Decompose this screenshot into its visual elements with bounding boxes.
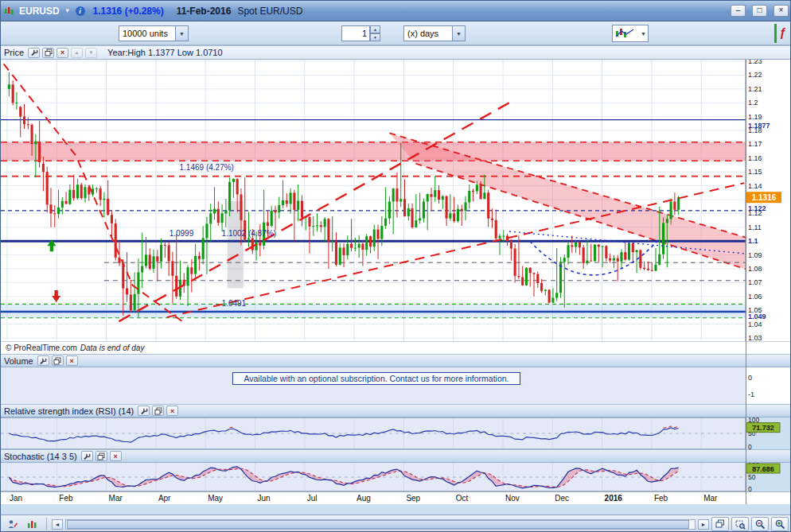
price-tick-label: 1.11: [748, 223, 762, 231]
time-scrollbar[interactable]: [65, 519, 696, 530]
period-count-spinner[interactable]: ▲ ▼: [370, 25, 380, 41]
level-label: 1.1: [748, 237, 758, 245]
toolbar: 10000 units ▼ 1 ▲ ▼ (x) days ▼ ▼ ƒ: [1, 21, 791, 45]
volume-panel-area[interactable]: Available with an optional subscription.…: [1, 367, 791, 404]
stochastic-panel-header: Stochastic (14 3 5) ×: [1, 449, 791, 463]
price-chart-canvas[interactable]: 1.1469 (4.27%)1.09991.1002 (4.87%)1.0491…: [1, 60, 791, 341]
last-price-text: 1.1316: [93, 6, 123, 17]
titlebar: EURUSD ▼ i 1.1316 (+0.28%) 11-Feb-2016 S…: [1, 1, 791, 21]
maximize-button[interactable]: □: [752, 5, 767, 17]
price-tick-label: 1.07: [748, 278, 762, 286]
month-label: Apr: [158, 494, 171, 503]
month-label: Jan: [10, 494, 22, 503]
copyright-label: © ProRealTime.com: [6, 344, 77, 352]
price-change-label: 1.1316 (+0.28%): [93, 6, 164, 17]
price-panel-title: Price: [4, 48, 24, 57]
price-tick-label: 1.16: [748, 154, 762, 162]
rsi-tick-label: 0: [748, 443, 752, 449]
price-tick-label: 1.17: [748, 140, 762, 148]
period-unit-value: (x) days: [404, 29, 452, 38]
minimize-button[interactable]: –: [731, 5, 746, 17]
time-scrollbar-handle[interactable]: [67, 520, 689, 529]
stochastic-settings-wrench-icon[interactable]: [81, 451, 93, 461]
month-label: Feb: [59, 494, 72, 503]
level-label: 1.122: [748, 204, 766, 212]
level-label: 1.1877: [748, 122, 770, 130]
svg-text:1.1002 (4.87%): 1.1002 (4.87%): [222, 229, 276, 238]
zoom-out-icon[interactable]: [751, 517, 769, 531]
price-tick-label: 1.08: [748, 265, 762, 273]
price-tick-label: 1.22: [748, 71, 762, 79]
detach-window-icon[interactable]: [711, 517, 729, 531]
statusbar: ◄ ►: [1, 515, 791, 532]
price-tick-label: 1.19: [748, 113, 762, 121]
price-tick-label: 1.09: [748, 251, 762, 259]
price-move-up-icon[interactable]: ▲: [71, 48, 83, 58]
volume-duplicate-window-icon[interactable]: [52, 355, 64, 366]
stochastic-panel-title: Stochastic (14 3 5): [4, 452, 77, 461]
month-label: Jun: [258, 494, 271, 503]
info-icon[interactable]: i: [76, 6, 85, 16]
stochastic-duplicate-window-icon[interactable]: [95, 451, 107, 461]
month-label: Sep: [406, 494, 420, 503]
scroll-right-icon[interactable]: ►: [698, 519, 709, 530]
price-panel-header: Price × ▲ ▼ Year:High 1.1377 Low 1.0710: [1, 45, 791, 60]
volume-axis-zero: 0: [748, 374, 752, 382]
data-note-label: Data is end of day: [80, 344, 145, 352]
zoom-in-icon[interactable]: [771, 517, 789, 531]
period-unit-dropdown-icon[interactable]: ▼: [452, 26, 465, 41]
units-select[interactable]: 10000 units ▼: [119, 25, 189, 41]
volume-settings-wrench-icon[interactable]: [37, 355, 49, 366]
price-tick-label: 1.06: [748, 293, 762, 301]
volume-close-panel-icon[interactable]: ×: [66, 355, 78, 366]
prorealtrend-icon[interactable]: ƒ: [774, 24, 789, 43]
subscription-message: Available with an optional subscription.…: [232, 372, 520, 385]
copyright-row: © ProRealTime.com Data is end of day: [1, 341, 791, 354]
month-label: 2016: [605, 494, 622, 503]
price-move-down-icon[interactable]: ▼: [85, 48, 97, 58]
price-axis-border: [746, 60, 746, 504]
units-value: 10000 units: [119, 29, 175, 38]
price-tick-label: 1.21: [748, 85, 762, 93]
month-label: Mar: [703, 494, 717, 503]
units-dropdown-icon[interactable]: ▼: [175, 26, 188, 41]
user-icon[interactable]: [4, 517, 21, 531]
price-tick-label: 1.23: [748, 60, 762, 65]
period-count-input[interactable]: 1: [341, 25, 370, 41]
date-label: 11-Feb-2016: [177, 6, 232, 17]
price-duplicate-window-icon[interactable]: [42, 48, 54, 58]
rsi-settings-wrench-icon[interactable]: [138, 406, 150, 416]
month-label: Mar: [109, 494, 123, 503]
close-button[interactable]: ×: [773, 5, 789, 17]
period-count-value: 1: [362, 29, 367, 38]
svg-text:1.1316: 1.1316: [752, 193, 777, 202]
stochastic-close-panel-icon[interactable]: ×: [110, 451, 122, 461]
rsi-duplicate-window-icon[interactable]: [152, 406, 164, 416]
svg-text:1.0491: 1.0491: [222, 299, 247, 308]
spinner-down-icon[interactable]: ▼: [370, 33, 380, 41]
price-settings-wrench-icon[interactable]: [28, 48, 40, 58]
price-tick-label: 1.14: [748, 182, 762, 190]
price-close-panel-icon[interactable]: ×: [56, 48, 68, 58]
month-label: May: [208, 494, 223, 503]
rsi-panel-title: Relative strength index (RSI) (14): [4, 406, 134, 416]
month-label: Dec: [555, 494, 569, 503]
symbol-dropdown-icon[interactable]: ▼: [64, 7, 71, 14]
period-unit-select[interactable]: (x) days ▼: [403, 25, 466, 41]
rsi-chart-canvas[interactable]: 10050071.732: [1, 417, 791, 449]
zoom-area-icon[interactable]: [731, 517, 749, 531]
rsi-close-panel-icon[interactable]: ×: [166, 406, 178, 416]
scroll-left-icon[interactable]: ◄: [52, 519, 63, 530]
spinner-up-icon[interactable]: ▲: [370, 25, 380, 33]
chart-style-icon: [614, 27, 637, 40]
volume-axis-minus-one: -1: [748, 390, 754, 398]
month-label: Aug: [357, 494, 371, 503]
chart-settings-icon[interactable]: [24, 517, 41, 531]
price-tick-label: 1.15: [748, 168, 762, 176]
stochastic-chart-canvas[interactable]: 10050087.686: [1, 463, 791, 491]
month-label: Feb: [654, 494, 668, 503]
month-label: Nov: [505, 494, 520, 503]
chart-window: EURUSD ▼ i 1.1316 (+0.28%) 11-Feb-2016 S…: [0, 0, 791, 532]
svg-text:71.732: 71.732: [752, 424, 774, 432]
chart-style-button[interactable]: ▼: [612, 25, 649, 42]
